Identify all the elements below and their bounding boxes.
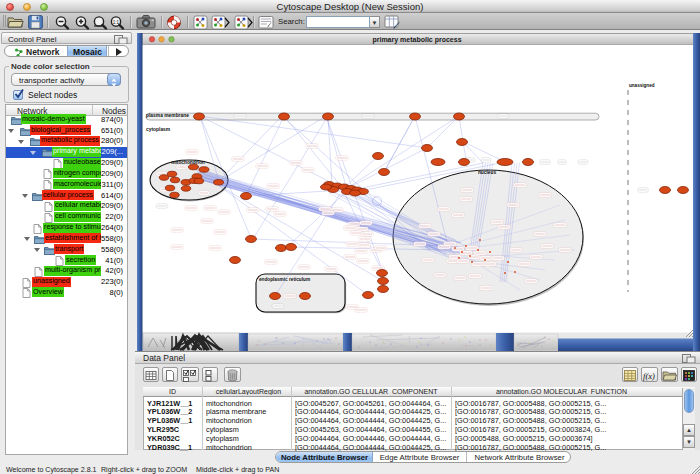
svg-text:f(x): f(x): [643, 371, 655, 381]
svg-text:nucleus: nucleus: [478, 170, 496, 175]
svg-text:cytoplasm: cytoplasm: [146, 127, 171, 132]
svg-text:unassigned: unassigned: [629, 83, 655, 88]
svg-text:1:1: 1:1: [113, 20, 120, 25]
svg-text:mitochondrion: mitochondrion: [171, 160, 205, 165]
svg-text:plasma membrane: plasma membrane: [146, 113, 189, 118]
svg-text:primary metabolic process: primary metabolic process: [372, 36, 461, 44]
